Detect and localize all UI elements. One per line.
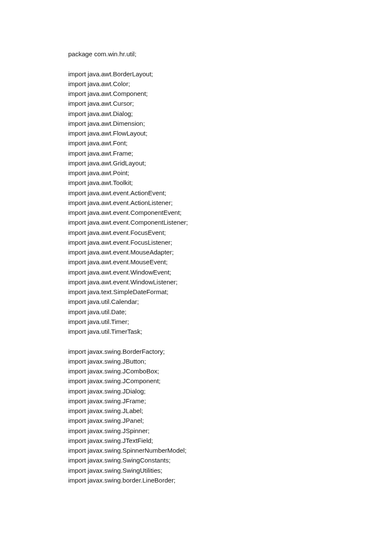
code-line: import javax.swing.SwingConstants;	[68, 455, 392, 465]
code-line: import javax.swing.JComboBox;	[68, 366, 392, 376]
code-line: import java.awt.Dialog;	[68, 109, 392, 119]
code-line: import javax.swing.JPanel;	[68, 416, 392, 425]
code-line: import javax.swing.BorderFactory;	[68, 347, 392, 356]
code-line: import javax.swing.JSpinner;	[68, 426, 392, 436]
code-line: import java.awt.BorderLayout;	[68, 69, 392, 79]
code-line: import javax.swing.JFrame;	[68, 396, 392, 406]
code-line: import java.util.Calendar;	[68, 297, 392, 306]
code-line: import javax.swing.JTextField;	[68, 436, 392, 445]
code-line: import java.awt.Font;	[68, 138, 392, 148]
code-line: import java.awt.event.FocusEvent;	[68, 228, 392, 237]
code-block: package com.win.hr.util;import java.awt.…	[68, 49, 392, 485]
code-blank-line	[68, 336, 392, 346]
code-line: import javax.swing.JButton;	[68, 356, 392, 366]
code-line: import javax.swing.SpinnerNumberModel;	[68, 445, 392, 455]
code-line: import java.awt.Frame;	[68, 148, 392, 158]
code-line: import javax.swing.SwingUtilities;	[68, 465, 392, 475]
code-line: import java.awt.event.MouseEvent;	[68, 257, 392, 267]
code-line: import java.awt.Color;	[68, 79, 392, 89]
code-line: import java.awt.event.ComponentListener;	[68, 217, 392, 227]
code-line: import java.awt.event.ActionListener;	[68, 198, 392, 208]
code-line: import java.awt.event.WindowListener;	[68, 277, 392, 287]
code-line: import java.awt.event.ComponentEvent;	[68, 208, 392, 217]
code-line: import java.util.Date;	[68, 307, 392, 317]
code-line: package com.win.hr.util;	[68, 49, 392, 59]
code-line: import java.awt.GridLayout;	[68, 158, 392, 168]
code-line: import java.util.Timer;	[68, 317, 392, 327]
code-line: import java.awt.Dimension;	[68, 119, 392, 128]
code-line: import javax.swing.border.LineBorder;	[68, 475, 392, 485]
code-line: import java.awt.Component;	[68, 89, 392, 98]
code-line: import java.awt.Toolkit;	[68, 178, 392, 188]
code-line: import java.util.TimerTask;	[68, 327, 392, 336]
code-line: import java.awt.FlowLayout;	[68, 128, 392, 138]
code-line: import java.text.SimpleDateFormat;	[68, 287, 392, 297]
code-line: import java.awt.Point;	[68, 168, 392, 178]
code-line: import javax.swing.JComponent;	[68, 376, 392, 386]
code-line: import java.awt.Cursor;	[68, 98, 392, 108]
code-line: import java.awt.event.ActionEvent;	[68, 188, 392, 198]
code-line: import java.awt.event.WindowEvent;	[68, 267, 392, 277]
code-blank-line	[68, 59, 392, 69]
code-line: import java.awt.event.FocusListener;	[68, 237, 392, 247]
code-line: import java.awt.event.MouseAdapter;	[68, 247, 392, 257]
code-line: import javax.swing.JLabel;	[68, 406, 392, 416]
code-line: import javax.swing.JDialog;	[68, 386, 392, 396]
